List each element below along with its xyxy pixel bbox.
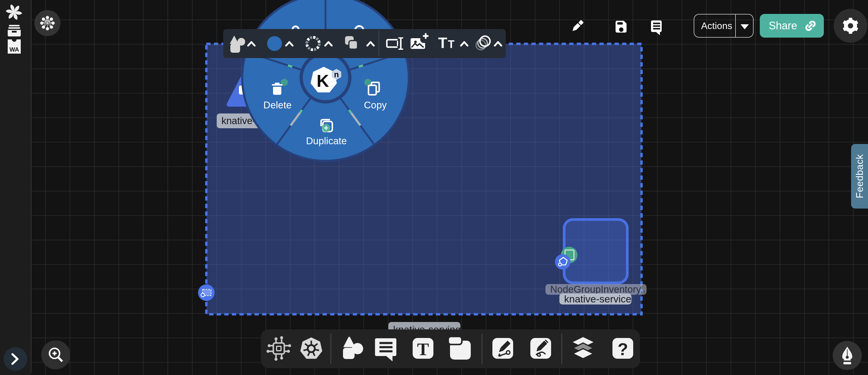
svg-text:?: ? [618, 339, 628, 359]
svg-text:K: K [317, 71, 329, 90]
svg-text:Delete: Delete [263, 100, 291, 110]
svg-text:T: T [417, 339, 429, 359]
svg-text:n: n [334, 70, 339, 79]
svg-text:Duplicate: Duplicate [306, 135, 347, 146]
svg-text:T: T [448, 38, 455, 50]
svg-text:Copy: Copy [364, 100, 387, 110]
svg-text:T: T [438, 35, 447, 51]
